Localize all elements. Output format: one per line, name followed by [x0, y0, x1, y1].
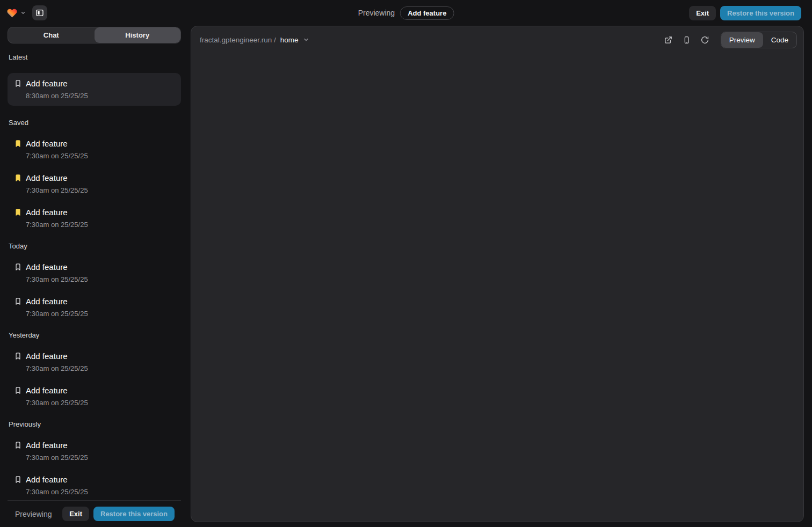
history-item-title: Add feature: [26, 138, 88, 149]
bookmark-outline-icon: [14, 440, 23, 462]
preview-url-selector[interactable]: fractal.gptengineer.run / home: [200, 36, 309, 44]
open-in-new-tab-button[interactable]: [662, 33, 676, 47]
history-item[interactable]: Add feature7:30am on 25/25/25: [8, 474, 181, 496]
history-item-timestamp: 7:30am on 25/25/25: [26, 152, 88, 160]
chevron-down-icon: [20, 10, 26, 16]
workspace-menu[interactable]: [6, 8, 26, 18]
history-item-text: Add feature7:30am on 25/25/25: [26, 440, 88, 462]
panel-left-icon: [35, 9, 44, 17]
section-label: Latest: [9, 53, 181, 61]
section-label: Today: [9, 242, 181, 250]
history-item-title: Add feature: [26, 385, 88, 396]
bookmark-outline-icon: [14, 78, 23, 100]
history-item[interactable]: Add feature7:30am on 25/25/25: [8, 385, 181, 407]
preview-panel: fractal.gptengineer.run / home: [191, 26, 804, 522]
history-section-today: TodayAdd feature7:30am on 25/25/25Add fe…: [8, 242, 181, 318]
sidebar: ChatHistory LatestAdd feature8:30am on 2…: [8, 26, 181, 527]
history-item-timestamp: 7:30am on 25/25/25: [26, 364, 88, 373]
mobile-preview-button[interactable]: [680, 33, 694, 47]
view-tab-preview[interactable]: Preview: [721, 32, 763, 48]
history-item[interactable]: Add feature7:30am on 25/25/25: [8, 351, 181, 373]
previewing-label: Previewing: [358, 9, 395, 17]
footer-exit-button[interactable]: Exit: [62, 507, 89, 521]
bookmark-filled-icon: [14, 207, 23, 229]
body-row: ChatHistory LatestAdd feature8:30am on 2…: [0, 26, 812, 527]
bookmark-filled-icon: [14, 173, 23, 195]
section-label: Previously: [9, 420, 181, 428]
history-item-timestamp: 7:30am on 25/25/25: [26, 221, 88, 229]
history-item[interactable]: Add feature7:30am on 25/25/25: [8, 138, 181, 160]
footer-restore-version-button[interactable]: Restore this version: [93, 507, 175, 521]
sidebar-tabs: ChatHistory: [8, 27, 181, 43]
chevron-down-icon: [303, 36, 309, 43]
history-item-text: Add feature7:30am on 25/25/25: [26, 262, 88, 284]
tab-chat[interactable]: Chat: [8, 27, 95, 43]
refresh-button[interactable]: [698, 33, 712, 47]
history-section-previously: PreviouslyAdd feature7:30am on 25/25/25A…: [8, 420, 181, 496]
bookmark-outline-icon: [14, 385, 23, 407]
history-section-yesterday: YesterdayAdd feature7:30am on 25/25/25Ad…: [8, 331, 181, 407]
exit-button[interactable]: Exit: [689, 6, 716, 20]
view-toggle: PreviewCode: [721, 32, 797, 48]
preview-toolbar: PreviewCode: [662, 32, 797, 48]
history-item-title: Add feature: [26, 474, 88, 485]
history-item-timestamp: 7:30am on 25/25/25: [26, 310, 88, 318]
refresh-icon: [701, 36, 709, 44]
history-item-text: Add feature8:30am on 25/25/25: [26, 78, 88, 100]
history-section-latest: LatestAdd feature8:30am on 25/25/25: [8, 53, 181, 106]
history-item-timestamp: 7:30am on 25/25/25: [26, 399, 88, 407]
open-in-new-tab-icon: [664, 36, 672, 44]
history-item[interactable]: Add feature7:30am on 25/25/25: [8, 440, 181, 462]
history-item-text: Add feature7:30am on 25/25/25: [26, 296, 88, 318]
sidebar-footer: Previewing Exit Restore this version: [8, 500, 181, 527]
lovable-heart-logo-icon: [6, 8, 18, 18]
history-item-timestamp: 7:30am on 25/25/25: [26, 453, 88, 462]
tab-history[interactable]: History: [95, 27, 181, 43]
history-section-saved: SavedAdd feature7:30am on 25/25/25Add fe…: [8, 119, 181, 229]
history-item-title: Add feature: [26, 262, 88, 273]
preview-content: [191, 53, 803, 522]
section-label: Saved: [9, 119, 181, 127]
history-item-text: Add feature7:30am on 25/25/25: [26, 207, 88, 229]
history-list: LatestAdd feature8:30am on 25/25/25Saved…: [8, 43, 181, 500]
history-item-text: Add feature7:30am on 25/25/25: [26, 138, 88, 160]
topbar: Previewing Add feature Exit Restore this…: [0, 0, 812, 26]
section-label: Yesterday: [9, 331, 181, 339]
history-item[interactable]: Add feature7:30am on 25/25/25: [8, 207, 181, 229]
preview-panel-header: fractal.gptengineer.run / home: [191, 26, 803, 53]
history-item-title: Add feature: [26, 351, 88, 362]
history-item-timestamp: 7:30am on 25/25/25: [26, 488, 88, 496]
app-window: Previewing Add feature Exit Restore this…: [0, 0, 812, 527]
bookmark-outline-icon: [14, 296, 23, 318]
history-item-title: Add feature: [26, 440, 88, 451]
history-item-text: Add feature7:30am on 25/25/25: [26, 474, 88, 496]
footer-previewing-label: Previewing: [15, 510, 52, 518]
history-item[interactable]: Add feature7:30am on 25/25/25: [8, 296, 181, 318]
history-item-text: Add feature7:30am on 25/25/25: [26, 385, 88, 407]
sidebar-toggle-button[interactable]: [32, 5, 47, 20]
bookmark-outline-icon: [14, 262, 23, 284]
preview-url-prefix: fractal.gptengineer.run /: [200, 36, 276, 44]
version-badge[interactable]: Add feature: [400, 6, 454, 20]
restore-version-button[interactable]: Restore this version: [720, 6, 801, 20]
topbar-actions: Exit Restore this version: [689, 6, 801, 20]
bookmark-outline-icon: [14, 474, 23, 496]
history-item-title: Add feature: [26, 78, 88, 89]
bookmark-filled-icon: [14, 138, 23, 160]
history-item-text: Add feature7:30am on 25/25/25: [26, 351, 88, 373]
preview-url-page: home: [280, 36, 299, 44]
history-item-text: Add feature7:30am on 25/25/25: [26, 173, 88, 195]
history-item[interactable]: Add feature7:30am on 25/25/25: [8, 173, 181, 195]
history-item-title: Add feature: [26, 173, 88, 184]
history-item-timestamp: 7:30am on 25/25/25: [26, 275, 88, 284]
view-tab-code[interactable]: Code: [763, 32, 796, 48]
history-item[interactable]: Add feature8:30am on 25/25/25: [8, 73, 181, 106]
history-item-timestamp: 8:30am on 25/25/25: [26, 92, 88, 100]
history-item[interactable]: Add feature7:30am on 25/25/25: [8, 262, 181, 284]
history-item-title: Add feature: [26, 207, 88, 218]
history-item-title: Add feature: [26, 296, 88, 307]
bookmark-outline-icon: [14, 351, 23, 373]
preview-status-group: Previewing Add feature: [358, 0, 454, 26]
mobile-preview-icon: [683, 36, 691, 44]
history-item-timestamp: 7:30am on 25/25/25: [26, 186, 88, 195]
